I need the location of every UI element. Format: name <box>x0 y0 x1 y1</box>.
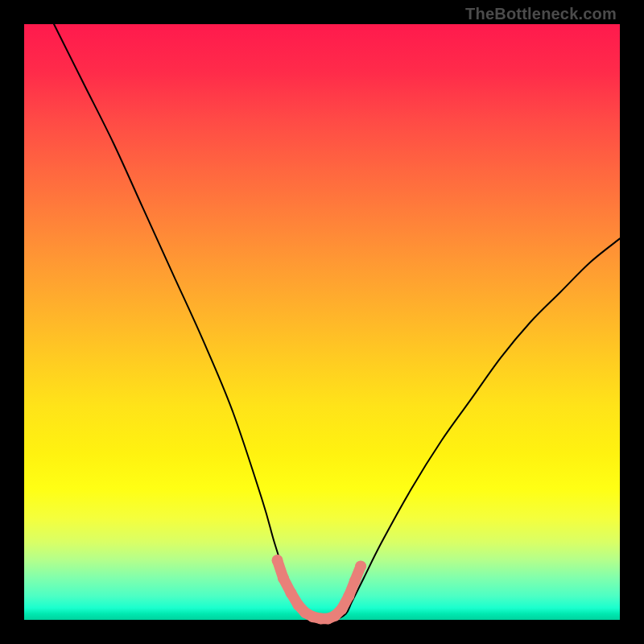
trough-marker-dot <box>278 572 289 584</box>
trough-marker-dot <box>286 588 297 599</box>
trough-marker-dot <box>336 604 347 615</box>
trough-marker-dot <box>272 555 283 566</box>
series-bottleneck-curve <box>54 24 620 621</box>
plot-area <box>24 24 620 620</box>
chart-svg <box>24 24 620 620</box>
chart-frame: TheBottleneck.com <box>0 0 644 644</box>
trough-marker-dot <box>343 590 354 601</box>
watermark-text: TheBottleneck.com <box>465 5 617 23</box>
series-trough-markers <box>272 555 367 625</box>
trough-marker-dot <box>355 560 366 572</box>
bottleneck-curve-path <box>54 24 620 621</box>
trough-marker-dot <box>349 576 361 587</box>
